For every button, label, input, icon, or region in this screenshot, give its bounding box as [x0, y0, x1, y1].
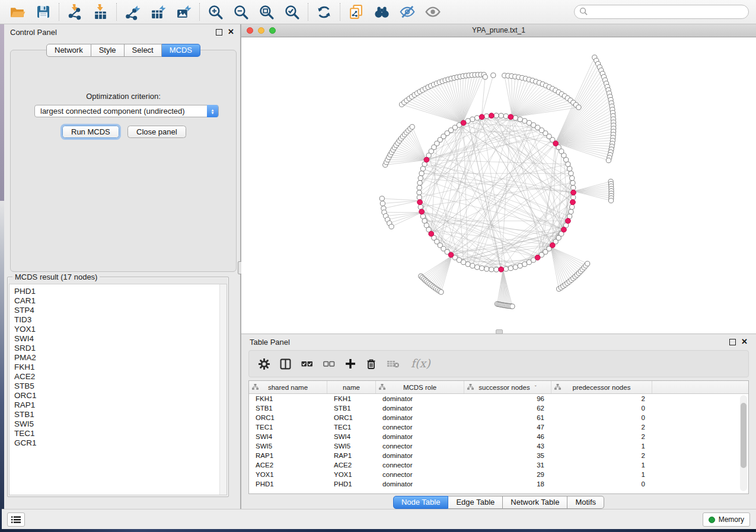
- tab-network-table[interactable]: Network Table: [503, 496, 567, 509]
- table-cell: connector: [376, 441, 464, 451]
- mcds-result-item[interactable]: FKH1: [9, 363, 227, 372]
- maximize-window-icon[interactable]: [269, 27, 276, 34]
- mcds-result-item[interactable]: CAR1: [9, 296, 227, 306]
- table-row[interactable]: STB1STB1dominator620: [249, 403, 748, 413]
- memory-label: Memory: [719, 515, 744, 524]
- table-cell: dominator: [376, 451, 464, 460]
- float-panel-icon[interactable]: [729, 339, 736, 345]
- table-cell: TEC1: [249, 422, 327, 432]
- mcds-result-item[interactable]: TID3: [9, 315, 227, 325]
- mcds-result-item[interactable]: STB1: [9, 410, 227, 419]
- import-network-button[interactable]: [62, 2, 88, 22]
- table-row[interactable]: SWI4SWI4dominator462: [249, 432, 748, 441]
- zoom-fit-button[interactable]: [254, 2, 279, 22]
- table-row[interactable]: YOX1YOX1connector291: [249, 470, 748, 479]
- table-row[interactable]: PHD1PHD1dominator180: [249, 479, 748, 489]
- memory-status-icon: [709, 517, 715, 523]
- eye-icon: [425, 4, 441, 20]
- run-mcds-button[interactable]: Run MCDS: [62, 126, 119, 138]
- table-row[interactable]: FKH1FKH1dominator962: [249, 394, 748, 403]
- table-scrollbar-thumb[interactable]: [741, 403, 747, 468]
- table-row[interactable]: ORC1ORC1dominator610: [249, 413, 748, 422]
- tab-mcds[interactable]: MCDS: [162, 44, 200, 57]
- table-cell: 2: [551, 422, 652, 432]
- tab-select[interactable]: Select: [125, 44, 162, 57]
- table-cell: 46: [464, 432, 551, 441]
- delete-column-button[interactable]: [366, 358, 377, 370]
- column-type-icon: [467, 384, 474, 390]
- open-session-button[interactable]: [5, 2, 30, 22]
- table-cell: dominator: [376, 432, 464, 441]
- task-history-button[interactable]: [7, 512, 25, 527]
- deselect-all-button[interactable]: [323, 360, 335, 368]
- table-cell: 1: [551, 470, 652, 479]
- show-hide-columns-button[interactable]: [280, 358, 291, 370]
- column-header-name[interactable]: name: [327, 381, 376, 393]
- mcds-result-list[interactable]: PHD1CAR1STP4TID3YOX1SWI4SRD1PMA2FKH1ACE2…: [9, 284, 227, 495]
- node-table[interactable]: shared namenameMCDS rolesuccessor nodesˇ…: [248, 380, 749, 494]
- column-header-shared-name[interactable]: shared name: [249, 381, 327, 393]
- network-window-titlebar[interactable]: YPA_prune.txt_1: [241, 24, 756, 37]
- tab-motifs[interactable]: Motifs: [567, 496, 604, 509]
- mcds-result-item[interactable]: RAP1: [9, 400, 227, 410]
- table-row[interactable]: RAP1RAP1dominator352: [249, 451, 748, 460]
- table-scrollbar[interactable]: [740, 395, 747, 491]
- import-table-button[interactable]: [88, 2, 113, 22]
- table-row[interactable]: SWI5SWI5connector431: [249, 441, 748, 451]
- hide-panel-button[interactable]: [394, 2, 420, 22]
- clone-network-button[interactable]: [343, 2, 369, 22]
- zoom-out-button[interactable]: [228, 2, 254, 22]
- tab-network[interactable]: Network: [46, 44, 91, 57]
- export-table-button[interactable]: [145, 2, 171, 22]
- close-panel-button[interactable]: Close panel: [127, 126, 186, 138]
- tab-node-table[interactable]: Node Table: [393, 496, 449, 509]
- mcds-result-item[interactable]: STB5: [9, 382, 227, 391]
- show-panel-button[interactable]: [420, 2, 445, 22]
- mcds-result-item[interactable]: ORC1: [9, 391, 227, 400]
- memory-button[interactable]: Memory: [703, 512, 750, 527]
- mcds-result-item[interactable]: STP4: [9, 306, 227, 315]
- save-session-button[interactable]: [30, 2, 56, 22]
- table-settings-button[interactable]: [259, 358, 270, 370]
- search-icon: [579, 7, 588, 16]
- close-panel-icon[interactable]: ✕: [741, 339, 748, 345]
- desktop-wallpaper-left: [0, 24, 4, 529]
- table-row[interactable]: TEC1TEC1connector472: [249, 422, 748, 432]
- mcds-result-item[interactable]: SWI5: [9, 419, 227, 429]
- mcds-result-item[interactable]: TEC1: [9, 429, 227, 438]
- column-label: MCDS role: [403, 384, 436, 391]
- close-window-icon[interactable]: [247, 27, 253, 34]
- table-row[interactable]: ACE2ACE2connector311: [249, 460, 748, 470]
- optimization-criterion-select[interactable]: largest connected component (undirected)…: [34, 105, 219, 117]
- table-cell: PHD1: [327, 479, 376, 489]
- search-network-button[interactable]: [369, 2, 394, 22]
- export-network-icon: [125, 4, 141, 20]
- tab-edge-table[interactable]: Edge Table: [448, 496, 503, 509]
- export-network-button[interactable]: [120, 2, 145, 22]
- mcds-result-item[interactable]: YOX1: [9, 325, 227, 334]
- search-input[interactable]: [574, 5, 749, 19]
- column-header-predecessor-nodes[interactable]: predecessor nodes: [551, 381, 652, 393]
- column-header-successor-nodes[interactable]: successor nodesˇ: [464, 381, 551, 393]
- table-cell: dominator: [376, 403, 464, 413]
- minimize-window-icon[interactable]: [258, 27, 264, 34]
- select-all-button[interactable]: [301, 360, 313, 368]
- mcds-result-item[interactable]: SRD1: [9, 344, 227, 353]
- mcds-result-item[interactable]: GCR1: [9, 438, 227, 448]
- add-column-button[interactable]: [345, 358, 356, 369]
- float-panel-icon[interactable]: [216, 29, 222, 36]
- mcds-result-item[interactable]: PHD1: [9, 287, 227, 296]
- tab-style[interactable]: Style: [91, 44, 125, 57]
- mcds-result-item[interactable]: ACE2: [9, 372, 227, 382]
- mcds-list-scrollbar[interactable]: [219, 284, 227, 495]
- zoom-in-button[interactable]: [203, 2, 228, 22]
- export-image-button[interactable]: [171, 2, 196, 22]
- network-canvas[interactable]: [241, 37, 756, 334]
- mcds-result-item[interactable]: PMA2: [9, 353, 227, 363]
- column-header-MCDS-role[interactable]: MCDS role: [376, 381, 464, 393]
- close-panel-icon[interactable]: ✕: [228, 29, 234, 35]
- refresh-view-button[interactable]: [311, 2, 337, 22]
- zoom-selected-button[interactable]: [279, 2, 305, 22]
- mcds-result-item[interactable]: SWI4: [9, 334, 227, 344]
- horizontal-splitter-handle[interactable]: [496, 329, 503, 334]
